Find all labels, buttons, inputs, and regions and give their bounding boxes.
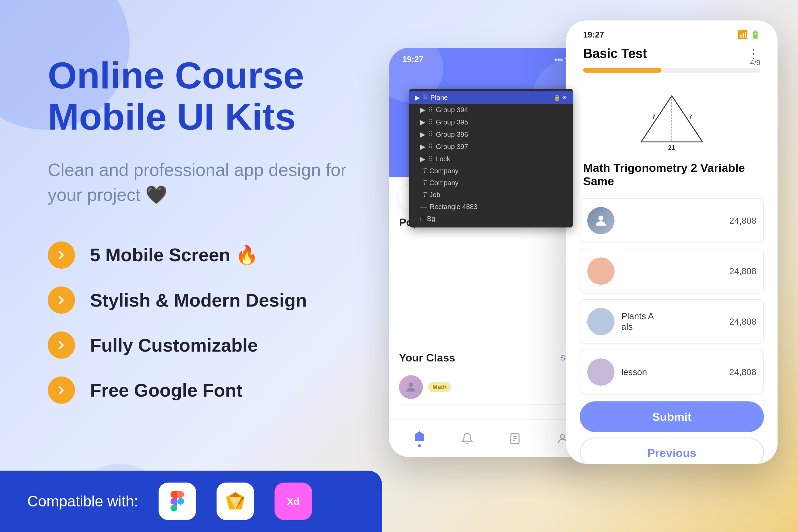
feature-icon-4 (48, 376, 75, 404)
phone2-progress-bar: 4/9 (583, 68, 760, 73)
feature-icon-1 (48, 241, 75, 269)
figma-panel-row-396: ▶ ⠿ Group 396 (409, 128, 573, 141)
feature-icon-2 (48, 286, 75, 314)
svg-text:7: 7 (652, 114, 655, 120)
figma-panel-row-rect: — Rectangle 4883 (409, 201, 573, 213)
phone2-triangle-area: 7 7 21 (583, 86, 760, 154)
phone2-answer-number-4: 24,808 (729, 367, 756, 378)
sketch-badge (217, 483, 254, 520)
feature-item-2: Stylish & Modern Design (48, 286, 348, 314)
figma-panel-row-397: ▶ ⠿ Group 397 (409, 141, 573, 153)
phone1-your-class-title: Your Class (399, 352, 455, 364)
phone2-title: Basic Test (583, 46, 647, 61)
phone1-bottom-nav (389, 419, 593, 457)
phone2-answer-number-2: 24,808 (729, 266, 756, 277)
feature-item-1: 5 Mobile Screen 🔥 (48, 241, 348, 269)
nav-home[interactable] (413, 430, 426, 447)
figma-panel-row-lock: ▶ ⠿ Lock (409, 153, 573, 165)
nav-document[interactable] (509, 432, 521, 445)
figma-panel-row-394: ▶ ⠿ Group 394 (409, 104, 573, 116)
figma-badge (159, 483, 196, 520)
figma-panel-row-395: ▶ ⠿ Group 395 (409, 116, 573, 128)
figma-panel-row-plane: ▶ ⠿ Plane 🔒 👁 (409, 91, 573, 104)
phone2-answer-3[interactable]: Plants Aals 24,808 (580, 299, 764, 344)
phone2-question-title: Math Trigonometry 2 Variable Same (580, 161, 764, 188)
page-background: Online Course Mobile UI Kits Clean and p… (0, 0, 798, 532)
xd-badge: Xd (275, 483, 312, 520)
phone2-answer-text-3: Plants Aals (621, 311, 654, 332)
phone2-submit-button[interactable]: Submit (580, 401, 764, 432)
feature-text-3: Fully Customizable (90, 335, 258, 356)
feature-text-1: 5 Mobile Screen 🔥 (90, 244, 258, 266)
phone2-answer-1[interactable]: 24,808 (580, 198, 764, 243)
phone1-avatar (399, 375, 423, 399)
phone2-progress-label: 4/9 (750, 58, 760, 67)
feature-text-4: Free Google Font (90, 380, 242, 401)
phone2-header: Basic Test ⋮ (566, 40, 778, 68)
phone2-answer-2[interactable]: 24,808 (580, 249, 764, 294)
svg-text:21: 21 (668, 144, 675, 151)
phone2-answer-number-1: 24,808 (729, 216, 756, 226)
phone2-answer-text-4: lesson (621, 367, 647, 378)
phone1-your-class-header: Your Class See all (399, 352, 583, 364)
phone2-time: 19:27 (583, 30, 604, 40)
svg-text:7: 7 (689, 114, 692, 120)
nav-bell[interactable] (461, 432, 473, 445)
phone1-mockup: 19:27 ▪▪▪ ▾ ▬ Welcome Gofar find a job a… (389, 48, 593, 457)
left-content: Online Course Mobile UI Kits Clean and p… (0, 0, 382, 477)
phone2-signal-icons: 📶 🔋 (738, 30, 760, 40)
figma-panel-row-company1: T Company (409, 165, 573, 177)
svg-point-13 (409, 383, 413, 387)
phone2-answer-avatar-1 (587, 207, 615, 234)
svg-point-24 (598, 216, 604, 221)
math-badge: Math (428, 382, 451, 392)
nav-home-dot (418, 444, 421, 447)
phone2-answer-number-3: 24,808 (729, 316, 756, 327)
compatible-label: Compatible with: (27, 493, 138, 510)
figma-panel-row-company2: T Company (409, 177, 573, 189)
svg-text:Xd: Xd (287, 496, 300, 507)
feature-text-2: Stylish & Modern Design (90, 290, 307, 311)
phone2-mockup: 19:27 📶 🔋 Basic Test ⋮ 4/9 7 (566, 20, 778, 464)
main-title: Online Course Mobile UI Kits (48, 55, 348, 137)
phone1-your-class: Your Class See all Math (399, 352, 583, 405)
heart-icon: 🖤 (145, 185, 167, 205)
svg-point-18 (561, 434, 565, 439)
phone2-previous-button[interactable]: Previous (580, 438, 764, 464)
feature-item-3: Fully Customizable (48, 331, 348, 359)
phone1-class-item: Math (399, 370, 583, 405)
phone1-statusbar: 19:27 ▪▪▪ ▾ ▬ (389, 55, 593, 64)
subtitle: Clean and professional app design for yo… (48, 158, 348, 207)
figma-panel-row-bg: □ Bg (409, 213, 573, 225)
phone2-statusbar: 19:27 📶 🔋 (566, 20, 778, 40)
feature-icon-3 (48, 331, 75, 359)
figma-panel: ▶ ⠿ Plane 🔒 👁 ▶ ⠿ Group 394 ▶ ⠿ Group 39… (409, 89, 573, 227)
phone2-answer-4[interactable]: lesson 24,808 (580, 350, 764, 395)
phone2-body: Math Trigonometry 2 Variable Same 24,808… (566, 161, 778, 395)
phone2-progress-fill (583, 68, 661, 73)
figma-panel-row-job: T Job (409, 189, 573, 201)
phone1-time: 19:27 (402, 55, 423, 64)
bottom-bar: Compatible with: (0, 471, 382, 532)
feature-list: 5 Mobile Screen 🔥 Stylish & Modern Desig… (48, 241, 348, 404)
phones-container: 19:27 ▪▪▪ ▾ ▬ Welcome Gofar find a job a… (389, 20, 778, 518)
feature-item-4: Free Google Font (48, 376, 348, 404)
phone1-body: Popular See all ▶ ⠿ Plane 🔒 👁 ▶ ⠿ Group … (389, 209, 593, 412)
